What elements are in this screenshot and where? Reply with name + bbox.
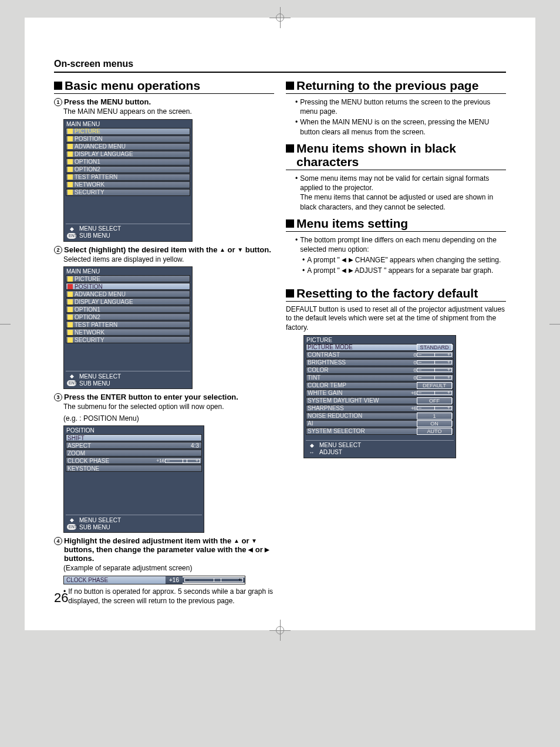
square-icon (54, 82, 62, 90)
menu-item-icon (68, 136, 73, 141)
slider-icon (417, 376, 452, 380)
osd-footer: ◆MENU SELECT ENTERSUB MENU (66, 515, 202, 532)
osd-menu-item: DISPLAY LANGUAGE (66, 151, 190, 158)
section-title: Returning to the previous page (286, 79, 506, 94)
square-icon (286, 82, 294, 90)
adj-label: CLOCK PHASE (64, 576, 166, 584)
down-arrow-icon: ▼ (237, 246, 243, 253)
menu-item-icon (68, 307, 73, 312)
section-title: Menu items shown in black characters (286, 141, 506, 170)
osd-menu-item: NETWORK (66, 181, 190, 188)
menu-item-icon (68, 330, 73, 335)
right-arrow-icon: ▶ (349, 256, 353, 263)
osd-menu-item: SYSTEM SELECTORAUTO (306, 428, 454, 435)
left-arrow-icon: ◀ (342, 256, 346, 263)
page-number: 26 (54, 590, 68, 606)
osd-menu-item: SYSTEM DAYLIGHT VIEWOFF (306, 397, 454, 404)
osd-menu-item: OPTION1 (66, 306, 190, 313)
slider-icon (417, 368, 452, 372)
osd-menu-item: POSITION (66, 136, 190, 143)
menu-item-icon (68, 276, 73, 282)
osd-menu-item: ZOOM (66, 449, 202, 457)
osd-title: PICTURE (304, 336, 456, 344)
up-arrow-icon: ▲ (220, 246, 225, 253)
osd-menu-item: COLOR TEMPDEFAULT (306, 382, 454, 389)
osd-menu-item: PICTURE (66, 275, 190, 282)
left-column: Basic menu operations 1 Press the MENU b… (54, 79, 274, 607)
bullet: Pressing the MENU button returns the scr… (295, 97, 506, 116)
step-4: 4 Highlight the desired adjustment item … (54, 536, 274, 563)
section-body: DEFAULT button is used to reset all of t… (286, 305, 506, 333)
section-title: Menu items setting (286, 217, 506, 232)
osd-menu-item: TEST PATTERN (66, 321, 190, 328)
step-desc: (Example of separate adjustment screen) (63, 564, 274, 573)
bullet: When the MAIN MENU is on the screen, pre… (295, 117, 506, 136)
menu-item-icon (68, 144, 73, 149)
up-arrow-icon: ▲ (234, 538, 239, 544)
reg-mark-icon (269, 7, 291, 28)
updown-icon: ◆ (67, 517, 76, 523)
step-1: 1 Press the MENU button. (54, 97, 274, 106)
osd-menu-item: NETWORK (66, 329, 190, 336)
osd-footer: ◆MENU SELECT ↔ADJUST (306, 440, 454, 458)
osd-menu-item: ADVANCED MENU (66, 290, 190, 298)
osd-menu-item: SECURITY (66, 336, 190, 343)
osd-menu-item: ADVANCED MENU (66, 143, 190, 150)
osd-menu-item: OPTION1 (66, 158, 190, 165)
osd-menu-item: NOISE REDUCTION1 (306, 413, 454, 420)
updown-icon: ◆ (67, 226, 76, 232)
updown-icon: ◆ (67, 373, 76, 379)
step-desc: The submenu for the selected option will… (63, 403, 274, 412)
osd-menu-item: SHARPNESS+6 (306, 405, 454, 412)
sub-bullet: A prompt " ◀ ▶ ADJUST " appears for a se… (302, 266, 506, 275)
right-arrow-icon: ▶ (349, 267, 353, 273)
menu-item-icon (68, 190, 73, 195)
manual-page: On-screen menus Basic menu operations 1 … (25, 18, 535, 630)
adj-value: +16 (166, 576, 183, 584)
square-icon (286, 289, 294, 298)
osd-menu-item: CONTRAST0 (306, 351, 454, 359)
osd-menu-item: TINT0 (306, 374, 454, 381)
menu-item-icon (68, 315, 73, 320)
slider-icon (165, 459, 200, 463)
menu-item-icon (68, 151, 73, 157)
osd-menu-item: AION (306, 420, 454, 427)
slider-icon (417, 353, 452, 357)
note-bullet: If no button is operated for approx. 5 s… (63, 587, 274, 606)
step-desc: The MAIN MENU appears on the screen. (63, 107, 274, 117)
osd-menu-item: WHITE GAIN+6 (306, 390, 454, 397)
step-number-icon: 4 (54, 537, 62, 545)
osd-menu-item: OPTION2 (66, 313, 190, 320)
osd-main-menu-2: MAIN MENU PICTUREPOSITIONADVANCED MENUDI… (63, 266, 193, 389)
osd-menu-item: COLOR0 (306, 367, 454, 374)
left-arrow-icon: ◀ (342, 267, 346, 273)
page-header: On-screen menus (54, 59, 506, 73)
step-3: 3 Press the ENTER button to enter your s… (54, 393, 274, 401)
osd-menu-item: BRIGHTNESS0 (306, 359, 454, 366)
menu-item-icon (68, 159, 73, 164)
menu-item-icon (68, 129, 73, 134)
square-icon (286, 144, 294, 153)
osd-menu-item: KEYSTONE (66, 465, 202, 472)
leftright-icon: ↔ (307, 449, 316, 455)
slider-icon (417, 406, 452, 410)
slider-icon (417, 391, 452, 395)
osd-footer: ◆MENU SELECT ENTERSUB MENU (66, 371, 190, 388)
osd-title: MAIN MENU (64, 267, 192, 275)
right-arrow-icon: ▶ (265, 546, 269, 553)
step-desc: Selected items are displayed in yellow. (63, 255, 274, 265)
menu-item-icon (68, 284, 73, 289)
osd-title: MAIN MENU (64, 120, 192, 128)
enter-icon: ENTER (67, 380, 76, 386)
osd-main-menu-1: MAIN MENU PICTUREPOSITIONADVANCED MENUDI… (63, 119, 193, 242)
sub-bullet: A prompt " ◀ ▶ CHANGE" appears when chan… (302, 255, 506, 265)
slider-icon (417, 360, 452, 364)
reg-mark-icon (0, 313, 5, 334)
menu-item-icon (68, 337, 73, 343)
osd-menu-item: SHIFT (66, 434, 202, 441)
enter-icon: ENTER (67, 233, 76, 239)
bullet: The bottom prompt line differs on each m… (295, 235, 506, 254)
menu-item-icon (68, 292, 73, 297)
adjustment-bar: CLOCK PHASE +16 (63, 576, 245, 584)
square-icon (286, 219, 294, 228)
